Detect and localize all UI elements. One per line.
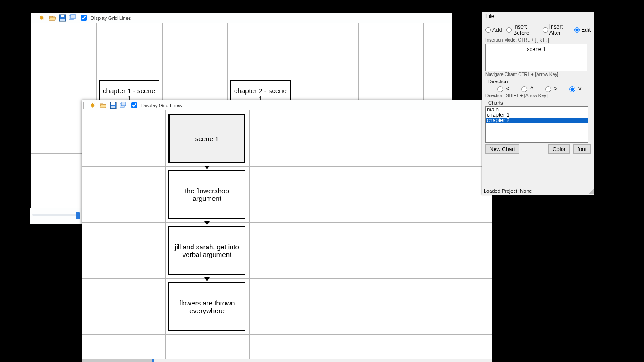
radio-insert-after[interactable]: Insert After <box>543 24 570 36</box>
new-chart-button[interactable]: New Chart <box>485 144 519 154</box>
svg-rect-1 <box>61 15 64 17</box>
status-bar: Loaded Project: None <box>482 187 594 195</box>
horizontal-scrollbar[interactable] <box>82 359 492 362</box>
side-panel: File Add Insert Before Insert After Edit… <box>482 12 594 195</box>
radio-add[interactable]: Add <box>485 27 502 33</box>
node-label: jill and sarah, get into verbal argument <box>172 243 242 258</box>
toolbar-back: ✸ Display Grid Lines <box>31 13 452 24</box>
toolbar-front: ✸ Display Grid Lines <box>82 100 492 111</box>
cascade-windows-icon[interactable] <box>69 14 76 22</box>
radio-down[interactable]: v <box>567 85 581 92</box>
chart-window-front: ✸ Display Grid Lines scene 1 <box>82 100 492 362</box>
node-flowers-thrown[interactable]: flowers are thrown everywhere <box>168 282 245 331</box>
node-label: the flowershop argument <box>172 187 242 202</box>
font-button[interactable]: font <box>573 144 591 154</box>
cascade-windows-icon[interactable] <box>120 102 127 109</box>
radio-up[interactable]: ^ <box>519 85 533 92</box>
node-label: scene 1 <box>195 135 219 143</box>
node-scene-1[interactable]: scene 1 <box>168 114 245 163</box>
radio-right[interactable]: > <box>543 85 557 92</box>
display-grid-label-back: Display Grid Lines <box>91 15 131 21</box>
arrow-down-icon <box>204 166 210 170</box>
arrow-down-icon <box>204 277 210 281</box>
navigate-hint: Navigate Chart: CTRL + [Arrow Key] <box>485 72 591 77</box>
node-jill-sarah-argument[interactable]: jill and sarah, get into verbal argument <box>168 226 245 275</box>
radio-left[interactable]: < <box>495 85 509 92</box>
toolbar-grip-icon <box>33 14 35 22</box>
status-text: Loaded Project: None <box>484 188 532 194</box>
radio-insert-before[interactable]: Insert Before <box>506 24 538 36</box>
zoom-slider-fragment[interactable] <box>30 208 82 224</box>
new-icon[interactable]: ✸ <box>90 102 97 109</box>
insertion-mode-group: Add Insert Before Insert After Edit <box>485 24 591 36</box>
arrow-down-icon <box>204 221 210 225</box>
radio-edit[interactable]: Edit <box>574 27 591 33</box>
node-label: flowers are thrown everywhere <box>172 299 242 314</box>
node-text-input[interactable]: scene 1 <box>485 44 587 71</box>
new-icon[interactable]: ✸ <box>39 14 46 22</box>
toolbar-grip-icon <box>83 102 86 109</box>
resize-grip-icon[interactable] <box>588 189 594 194</box>
direction-label: Direction <box>488 79 591 84</box>
save-icon[interactable] <box>59 14 66 22</box>
svg-rect-7 <box>111 106 115 108</box>
color-button[interactable]: Color <box>548 144 570 154</box>
charts-listbox[interactable]: main chapter 1 chapter 2 <box>485 106 588 143</box>
canvas-front[interactable]: scene 1 the flowershop argument jill and… <box>82 110 492 359</box>
save-icon[interactable] <box>110 102 117 109</box>
node-flowershop-argument[interactable]: the flowershop argument <box>168 170 245 219</box>
svg-rect-4 <box>71 14 75 19</box>
svg-rect-2 <box>60 19 65 21</box>
direction-group: < ^ > v <box>490 85 586 92</box>
display-grid-label-front: Display Grid Lines <box>141 103 182 108</box>
svg-rect-6 <box>111 102 115 105</box>
svg-rect-9 <box>121 102 126 106</box>
open-icon[interactable] <box>100 102 107 109</box>
menu-file[interactable]: File <box>485 13 494 19</box>
display-grid-checkbox-front[interactable] <box>131 102 137 108</box>
direction-hint: Direction: SHIFT + [Arrow Key] <box>485 93 591 98</box>
charts-item-chapter2[interactable]: chapter 2 <box>486 118 588 123</box>
insertion-mode-hint: Insertion Mode: CTRL + [ j k l ; ] <box>485 38 591 43</box>
charts-label: Charts <box>488 100 591 105</box>
display-grid-checkbox-back[interactable] <box>81 15 87 21</box>
menu-bar: File <box>482 12 594 20</box>
open-icon[interactable] <box>49 14 56 22</box>
